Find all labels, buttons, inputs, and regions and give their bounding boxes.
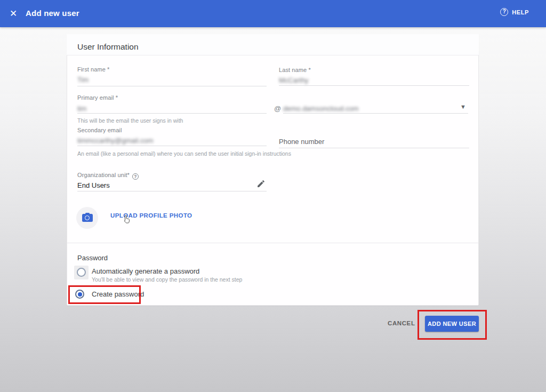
- last-name-input[interactable]: McCarthy: [279, 76, 309, 84]
- dialog-title: Add new user: [26, 9, 79, 18]
- org-unit-help-icon[interactable]: ?: [132, 173, 139, 180]
- appbar: ✕ Add new user ? HELP: [0, 0, 546, 27]
- primary-email-help: This will be the email the user signs in…: [77, 117, 183, 124]
- last-name-underline: [279, 85, 469, 86]
- last-name-label: Last name *: [279, 67, 311, 73]
- primary-email-underline: [77, 113, 267, 114]
- help-button[interactable]: ? HELP: [500, 8, 529, 16]
- annotation-box-create-password: [68, 285, 141, 304]
- secondary-email-input[interactable]: timmccarthy@gmail.com: [77, 137, 154, 145]
- email-domain-select[interactable]: demo.damsoncloud.com: [283, 105, 359, 113]
- email-domain-underline: [283, 113, 468, 114]
- help-label: HELP: [512, 9, 529, 15]
- org-unit-value: End Users: [77, 181, 110, 189]
- org-unit-label: Organizational unit*?: [77, 172, 139, 180]
- phone-number-underline: [279, 148, 469, 148]
- help-question-icon: ?: [500, 8, 508, 16]
- primary-email-label: Primary email *: [77, 94, 118, 101]
- camera-icon: [82, 214, 93, 222]
- secondary-email-help: An email (like a personal email) where y…: [77, 150, 291, 157]
- at-sign: @: [274, 105, 281, 113]
- first-name-label: First name *: [77, 66, 110, 73]
- secondary-email-underline: [77, 146, 267, 146]
- profile-photo-avatar[interactable]: [76, 207, 98, 229]
- edit-pencil-icon[interactable]: [256, 179, 266, 188]
- section-divider: [67, 243, 478, 243]
- hand-cursor-icon: [122, 214, 131, 225]
- secondary-email-label: Secondary email: [77, 127, 122, 133]
- close-icon[interactable]: ✕: [7, 8, 19, 20]
- auto-generate-password-help: You'll be able to view and copy the pass…: [92, 276, 242, 283]
- chevron-down-icon[interactable]: ▼: [460, 103, 466, 110]
- auto-generate-password-radio[interactable]: [77, 268, 86, 277]
- primary-email-input[interactable]: tim: [77, 105, 86, 113]
- phone-number-input[interactable]: Phone number: [279, 138, 324, 146]
- first-name-underline: [77, 86, 267, 86]
- annotation-box-add-new-user: [417, 310, 487, 340]
- password-section-title: Password: [77, 254, 108, 262]
- add-new-user-dialog: ✕ Add new user ? HELP User Information F…: [0, 0, 546, 392]
- first-name-input[interactable]: Tim: [77, 76, 89, 84]
- org-unit-underline: [77, 191, 267, 191]
- section-title-user-information: User Information: [77, 42, 139, 52]
- cancel-button[interactable]: CANCEL: [388, 320, 415, 326]
- user-information-card: [67, 34, 479, 306]
- auto-generate-password-label[interactable]: Automatically generate a password: [92, 267, 199, 275]
